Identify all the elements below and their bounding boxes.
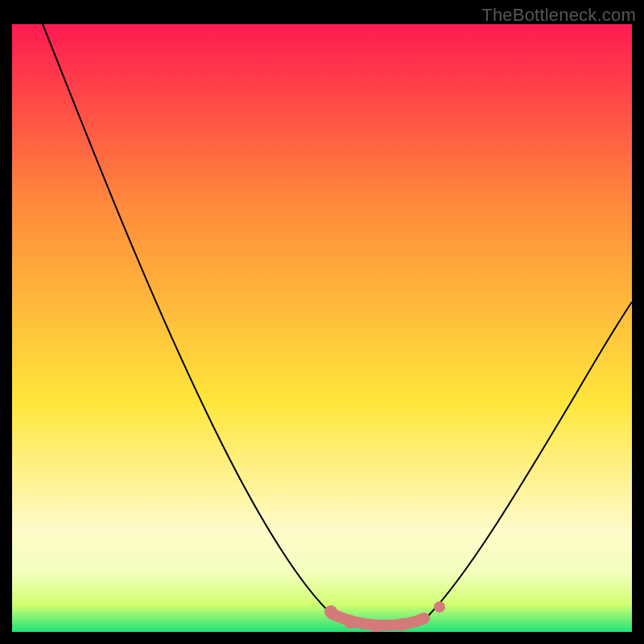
salmon-dot-mid1 xyxy=(344,616,357,629)
attribution-text: TheBottleneck.com xyxy=(481,5,636,26)
salmon-dot-left xyxy=(324,605,337,618)
salmon-dot-mid3 xyxy=(395,618,408,631)
salmon-highlight-layer xyxy=(12,24,632,632)
salmon-dot-right-gap xyxy=(434,601,445,613)
chart-stage: TheBottleneck.com xyxy=(0,0,644,644)
plot-area xyxy=(12,24,632,632)
